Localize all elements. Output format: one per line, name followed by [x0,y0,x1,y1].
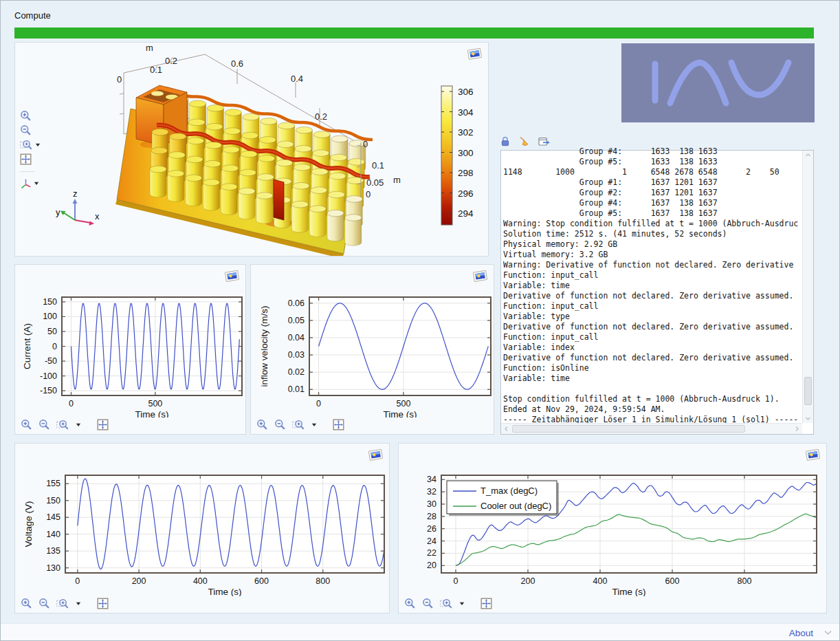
axis-label: m [146,43,153,53]
svg-text:0.01: 0.01 [288,384,305,394]
iav-logo-graphic [621,43,815,122]
zoom-box-icon[interactable] [56,598,69,609]
zoom-in-icon[interactable] [20,110,32,122]
graphics-toolbar [20,110,41,189]
zoom-in-icon[interactable] [404,598,416,609]
color-legend: 306304302300298296294 [441,86,474,225]
battery-pack-3d-view[interactable]: 306304302300298296294m00.10.20.60.40.200… [15,43,488,256]
svg-text:400: 400 [593,576,608,586]
current-plot-canvas[interactable]: 0500-150-100-50050100150Time (s)Current … [15,283,247,417]
image-snapshot-icon[interactable] [467,47,483,63]
svg-text:20: 20 [427,561,436,570]
lock-icon[interactable] [500,136,510,146]
log-horizontal-scrollbar[interactable] [501,423,802,434]
caret-down-icon[interactable] [311,422,317,427]
zoom-out-icon[interactable] [20,124,32,136]
scrollbar-thumb[interactable] [804,377,812,406]
svg-text:155: 155 [46,479,60,488]
caret-down-icon[interactable] [76,422,81,427]
caret-down-icon[interactable] [35,142,41,147]
chevron-down-icon[interactable] [824,630,832,635]
svg-text:0: 0 [454,576,458,586]
zoom-extents-icon[interactable] [97,419,109,431]
svg-text:200: 200 [132,576,146,586]
svg-text:50: 50 [47,327,57,336]
zoom-in-icon[interactable] [21,598,32,609]
plot-area [309,297,491,395]
voltage-plot-canvas[interactable]: 0200400600800130135140145150155Time (s)V… [15,461,390,596]
x-axis-label: Time (s) [208,587,242,596]
zoom-in-icon[interactable] [21,419,32,431]
zoom-out-icon[interactable] [422,598,434,609]
voltage-plot-panel: 0200400600800130135140145150155Time (s)V… [14,443,390,613]
colorbar-tick-label: 298 [458,168,474,178]
plot-toolbar [256,417,344,431]
scrollbar-thumb[interactable] [512,425,745,433]
svg-text:150: 150 [43,297,57,307]
scroll-down-icon[interactable] [803,414,813,423]
svg-text:500: 500 [148,399,162,409]
zoom-extents-icon[interactable] [333,419,344,431]
plot-legend: T_max (degC)Cooler out (degC) [447,481,559,516]
svg-text:22: 22 [427,548,436,558]
zoom-extents-icon[interactable] [97,598,109,609]
svg-text:z: z [73,188,78,199]
scroll-left-icon[interactable] [501,424,511,434]
zoom-in-icon[interactable] [256,419,268,431]
log-text: Group #4: 1633 138 1633 Group #5: 1633 1… [503,146,802,423]
scroll-right-icon[interactable] [792,424,802,434]
svg-text:135: 135 [46,546,60,556]
svg-text:100: 100 [43,312,57,321]
caret-down-icon[interactable] [34,181,39,186]
svg-text:140: 140 [46,530,60,539]
svg-text:0: 0 [75,576,80,586]
coordinate-triad: zyx [56,188,100,226]
caret-down-icon[interactable] [76,601,81,606]
svg-text:32: 32 [427,487,436,497]
progress-fill [14,28,814,39]
iav-logo [621,43,815,122]
x-axis-label: Time (s) [135,409,169,417]
log-console: Group #4: 1633 138 1633 Group #5: 1633 1… [500,150,814,435]
zoom-out-icon[interactable] [38,598,50,609]
zoom-out-icon[interactable] [38,419,50,431]
zoom-extents-icon[interactable] [480,598,492,609]
zoom-extents-icon[interactable] [20,153,32,165]
view-3d-icon[interactable] [20,178,32,189]
svg-text:0: 0 [69,399,74,409]
scroll-up-icon[interactable] [803,151,813,160]
svg-text:145: 145 [46,512,60,522]
svg-text:0.02: 0.02 [288,367,305,377]
axis-label: 0 [117,74,122,85]
svg-text:130: 130 [46,563,60,573]
log-vertical-scrollbar[interactable] [802,151,813,423]
svg-text:0.04: 0.04 [288,333,305,343]
axis-label: 0.1 [150,65,162,75]
axis-label: m [393,175,401,185]
clear-log-icon[interactable] [519,136,529,146]
zoom-box-icon[interactable] [292,419,305,431]
inflow-plot-canvas[interactable]: 05000.010.020.030.040.050.06Time (s)infl… [251,283,495,417]
divider-plate [274,180,284,220]
axis-label: 0.4 [291,74,303,84]
graphics-3d-panel: 306304302300298296294m00.10.20.60.40.200… [14,42,489,257]
current-plot-panel: 0500-150-100-50050100150Time (s)Current … [14,264,246,435]
progress-bar [14,28,814,39]
svg-text:x: x [95,211,100,221]
temperature-plot-canvas[interactable]: 02004006008002022242628303234Time (s)T_m… [399,461,828,596]
about-link[interactable]: About [789,628,813,638]
svg-text:0.06: 0.06 [288,298,305,308]
svg-text:0: 0 [52,342,57,351]
colorbar-tick-label: 302 [458,127,474,138]
svg-text:500: 500 [397,399,411,409]
caret-down-icon[interactable] [459,601,465,606]
zoom-box-icon[interactable] [440,598,453,609]
zoom-out-icon[interactable] [274,419,286,431]
zoom-box-icon[interactable] [20,139,33,151]
svg-text:200: 200 [521,576,535,586]
x-axis-label: Time (s) [612,587,646,596]
zoom-box-icon[interactable] [56,419,69,431]
axis-label: 0.05 [366,177,384,188]
open-window-icon[interactable] [538,137,551,146]
y-axis-label: Current (A) [22,323,32,369]
